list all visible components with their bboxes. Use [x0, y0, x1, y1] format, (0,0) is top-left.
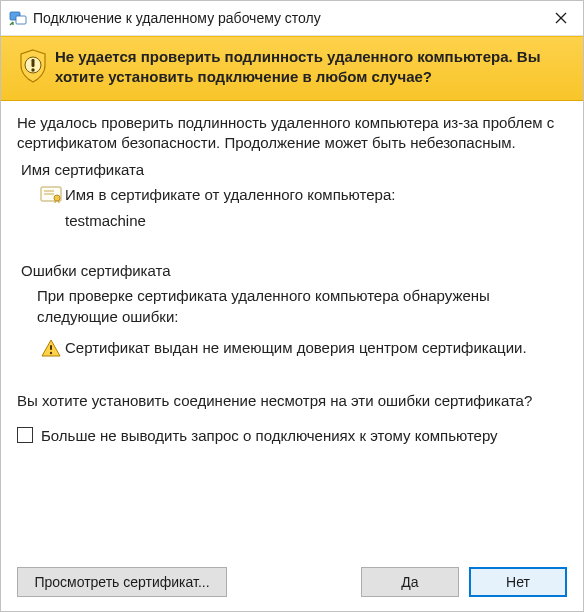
dialog-footer: Просмотреть сертификат... Да Нет	[1, 567, 583, 611]
proceed-question: Вы хотите установить соединение несмотря…	[17, 390, 567, 411]
no-button[interactable]: Нет	[469, 567, 567, 597]
explanation-text: Не удалось проверить подлинность удаленн…	[17, 113, 567, 154]
view-certificate-button[interactable]: Просмотреть сертификат...	[17, 567, 227, 597]
window-title: Подключение к удаленному рабочему столу	[33, 10, 539, 26]
svg-point-6	[31, 68, 34, 71]
dont-ask-label: Больше не выводить запрос о подключениях…	[41, 427, 498, 444]
close-icon	[555, 12, 567, 24]
dont-ask-checkbox[interactable]: Больше не выводить запрос о подключениях…	[17, 427, 567, 444]
yes-button[interactable]: Да	[361, 567, 459, 597]
warning-banner: Не удается проверить подлинность удаленн…	[1, 36, 583, 101]
dialog-window: Подключение к удаленному рабочему столу …	[0, 0, 584, 612]
svg-rect-5	[32, 59, 35, 67]
cert-name-group-label: Имя сертификата	[17, 161, 567, 178]
svg-point-10	[54, 195, 60, 201]
cert-name-caption: Имя в сертификате от удаленного компьюте…	[65, 184, 395, 206]
svg-point-12	[50, 351, 52, 353]
cert-errors-group-label: Ошибки сертификата	[17, 262, 567, 279]
dialog-body: Не удалось проверить подлинность удаленн…	[1, 101, 583, 568]
cert-error-text: Сертификат выдан не имеющим доверия цент…	[65, 337, 527, 358]
title-bar: Подключение к удаленному рабочему столу	[1, 1, 583, 36]
certificate-icon	[37, 184, 65, 204]
shield-warning-icon	[15, 47, 51, 83]
warning-banner-text: Не удается проверить подлинность удаленн…	[51, 47, 567, 88]
warning-triangle-icon	[37, 337, 65, 357]
app-icon	[9, 9, 27, 27]
svg-rect-1	[16, 16, 26, 24]
close-button[interactable]	[539, 1, 583, 35]
svg-rect-11	[50, 345, 52, 350]
cert-errors-intro: При проверке сертификата удаленного комп…	[17, 285, 567, 327]
cert-name-row: Имя в сертификате от удаленного компьюте…	[17, 184, 567, 232]
cert-name-value: testmachine	[65, 210, 395, 232]
cert-error-item: Сертификат выдан не имеющим доверия цент…	[17, 337, 567, 358]
checkbox-box-icon	[17, 427, 33, 443]
